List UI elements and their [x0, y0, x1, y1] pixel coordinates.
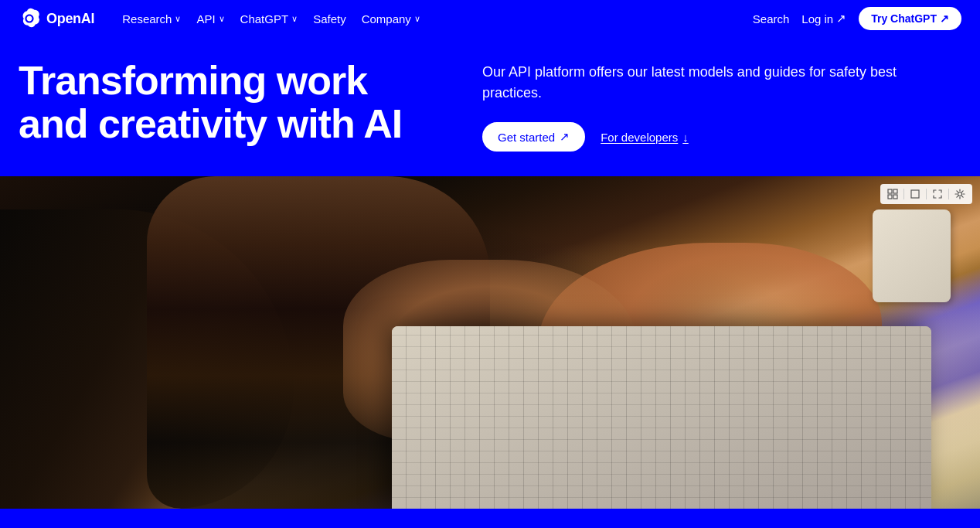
nav-company[interactable]: Company ∨	[356, 8, 427, 30]
api-chevron-icon: ∨	[219, 14, 225, 24]
nav-chatgpt[interactable]: ChatGPT ∨	[234, 8, 305, 30]
hero-buttons: Get started ↗ For developers ↓	[482, 122, 931, 152]
settings-icon[interactable]	[952, 186, 968, 202]
svg-rect-2	[888, 195, 892, 199]
hero-right: Our API platform offers our latest model…	[482, 59, 931, 152]
hero-image-container	[0, 176, 980, 509]
company-chevron-icon: ∨	[414, 14, 420, 24]
get-started-button[interactable]: Get started ↗	[482, 122, 585, 152]
hero-image-scene	[0, 176, 980, 509]
try-chatgpt-button[interactable]: Try ChatGPT ↗	[859, 7, 961, 30]
phone-element	[873, 209, 951, 302]
laptop-element	[392, 326, 931, 509]
nav-left: OpenAI Research ∨ API ∨ ChatGPT ∨ Safety…	[19, 8, 427, 30]
nav-links: Research ∨ API ∨ ChatGPT ∨ Safety Compan…	[116, 8, 427, 30]
hero-section: Transforming work and creativity with AI…	[0, 37, 980, 176]
nav-safety[interactable]: Safety	[307, 8, 352, 30]
nav-api[interactable]: API ∨	[190, 8, 230, 30]
svg-rect-1	[893, 189, 897, 193]
login-arrow-icon: ↗	[836, 12, 846, 26]
resize-icon[interactable]	[930, 186, 945, 202]
login-link[interactable]: Log in ↗	[801, 12, 846, 26]
try-arrow-icon: ↗	[940, 12, 949, 25]
get-started-arrow-icon: ↗	[560, 130, 570, 144]
search-link[interactable]: Search	[753, 12, 790, 26]
hero-description: Our API platform offers our latest model…	[482, 62, 931, 104]
for-developers-arrow-icon: ↓	[682, 131, 689, 144]
laptop-keyboard	[392, 326, 931, 509]
navbar: OpenAI Research ∨ API ∨ ChatGPT ∨ Safety…	[0, 0, 980, 37]
square-icon[interactable]	[907, 186, 923, 202]
hero-left: Transforming work and creativity with AI	[19, 59, 420, 145]
chatgpt-chevron-icon: ∨	[291, 14, 298, 24]
research-chevron-icon: ∨	[175, 14, 181, 24]
brand-name: OpenAI	[46, 11, 94, 27]
image-toolbar	[880, 184, 972, 204]
grid-icon[interactable]	[885, 186, 900, 202]
toolbar-divider-3	[948, 189, 949, 199]
nav-research[interactable]: Research ∨	[116, 8, 187, 30]
hero-title: Transforming work and creativity with AI	[19, 59, 420, 145]
svg-rect-4	[911, 190, 919, 198]
for-developers-link[interactable]: For developers ↓	[601, 131, 689, 144]
toolbar-divider-2	[926, 189, 927, 199]
openai-logo-icon	[19, 8, 40, 29]
nav-right: Search Log in ↗ Try ChatGPT ↗	[753, 7, 961, 30]
toolbar-divider-1	[903, 189, 904, 199]
svg-point-5	[958, 192, 962, 196]
svg-rect-3	[893, 195, 897, 199]
logo-area[interactable]: OpenAI	[19, 8, 94, 29]
svg-rect-0	[888, 189, 892, 193]
